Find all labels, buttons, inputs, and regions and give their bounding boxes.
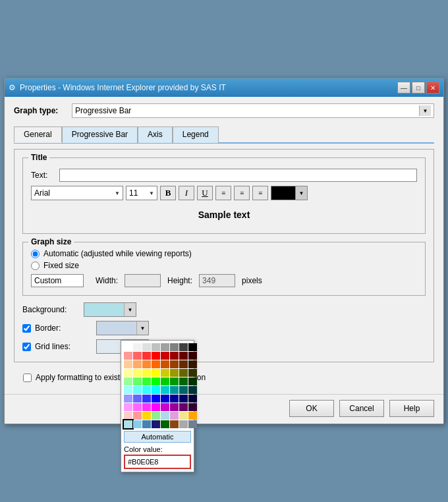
color-cell[interactable]: [179, 403, 188, 411]
color-cell[interactable]: [161, 360, 169, 368]
color-cell[interactable]: [161, 386, 169, 394]
color-cell[interactable]: [170, 386, 179, 394]
tab-progressive-bar[interactable]: Progressive Bar: [62, 126, 138, 143]
fixed-radio[interactable]: [31, 262, 40, 270]
color-cell[interactable]: [179, 369, 188, 377]
align-center-button[interactable]: ≡: [234, 186, 250, 200]
color-cell[interactable]: [142, 352, 151, 360]
color-cell[interactable]: [179, 343, 188, 351]
color-cell[interactable]: [188, 395, 197, 403]
graph-type-select[interactable]: Progressive Bar ▼: [72, 103, 434, 118]
color-cell[interactable]: [152, 343, 160, 351]
color-cell[interactable]: [133, 377, 142, 385]
border-color-arrow[interactable]: ▼: [136, 321, 148, 335]
color-cell[interactable]: [124, 352, 132, 360]
color-cell[interactable]: [142, 403, 151, 411]
color-cell[interactable]: [170, 369, 179, 377]
color-cell[interactable]: [161, 352, 169, 360]
background-color-control[interactable]: ▼: [84, 302, 136, 317]
color-cell[interactable]: [179, 377, 188, 385]
color-cell[interactable]: [188, 377, 197, 385]
color-cell[interactable]: [142, 369, 151, 377]
color-cell[interactable]: [142, 360, 151, 368]
color-cell[interactable]: [124, 412, 132, 420]
color-cell[interactable]: [188, 369, 197, 377]
color-cell[interactable]: [152, 360, 160, 368]
text-color-swatch[interactable]: ▼: [271, 186, 308, 200]
color-cell[interactable]: [179, 352, 188, 360]
color-cell[interactable]: [124, 377, 132, 385]
color-cell[interactable]: [188, 386, 197, 394]
color-cell[interactable]: [170, 377, 179, 385]
bold-button[interactable]: B: [160, 186, 176, 200]
color-cell[interactable]: [133, 395, 142, 403]
color-cell[interactable]: [133, 420, 142, 428]
color-value-input[interactable]: [124, 455, 191, 469]
color-cell[interactable]: [170, 420, 179, 428]
color-cell[interactable]: [188, 412, 197, 420]
color-cell[interactable]: [142, 395, 151, 403]
color-cell[interactable]: [133, 369, 142, 377]
color-cell[interactable]: [188, 360, 197, 368]
minimize-button[interactable]: —: [397, 82, 410, 94]
color-cell[interactable]: [124, 403, 132, 411]
color-cell[interactable]: [188, 352, 197, 360]
color-cell[interactable]: [170, 395, 179, 403]
help-button[interactable]: Help: [389, 400, 434, 417]
gridlines-checkbox[interactable]: [22, 343, 31, 351]
color-cell[interactable]: [170, 403, 179, 411]
color-cell[interactable]: [152, 420, 160, 428]
color-cell[interactable]: [133, 352, 142, 360]
color-cell[interactable]: [161, 369, 169, 377]
width-input[interactable]: [125, 274, 161, 287]
ok-button[interactable]: OK: [289, 400, 334, 417]
color-cell[interactable]: [161, 377, 169, 385]
color-cell[interactable]: [188, 403, 197, 411]
color-cell[interactable]: [124, 360, 132, 368]
font-family-select[interactable]: Arial ▼: [31, 186, 123, 200]
align-left-button[interactable]: ≡: [215, 186, 231, 200]
graph-type-arrow[interactable]: ▼: [419, 105, 431, 116]
color-cell[interactable]: [161, 420, 169, 428]
color-cell[interactable]: [179, 420, 188, 428]
text-color-arrow[interactable]: ▼: [295, 186, 307, 200]
color-cell[interactable]: [188, 343, 197, 351]
border-checkbox[interactable]: [22, 324, 31, 333]
color-cell[interactable]: [133, 386, 142, 394]
automatic-radio[interactable]: [31, 250, 40, 258]
underline-button[interactable]: U: [197, 186, 213, 200]
color-cell[interactable]: [188, 420, 197, 428]
color-cell[interactable]: [133, 403, 142, 411]
color-cell[interactable]: [142, 412, 151, 420]
color-cell[interactable]: [152, 377, 160, 385]
color-cell[interactable]: [179, 395, 188, 403]
color-cell[interactable]: [161, 403, 169, 411]
color-cell[interactable]: [142, 386, 151, 394]
cancel-button[interactable]: Cancel: [339, 400, 384, 417]
color-cell[interactable]: [152, 403, 160, 411]
background-color-arrow[interactable]: ▼: [124, 303, 136, 316]
color-cell[interactable]: [170, 352, 179, 360]
custom-input[interactable]: [31, 274, 84, 287]
color-cell[interactable]: [133, 412, 142, 420]
color-cell[interactable]: [124, 343, 132, 351]
color-cell[interactable]: [152, 412, 160, 420]
color-cell[interactable]: [133, 343, 142, 351]
border-color-control[interactable]: ▼: [96, 321, 149, 335]
color-cell[interactable]: [161, 395, 169, 403]
color-cell[interactable]: [179, 360, 188, 368]
color-cell[interactable]: [124, 369, 132, 377]
align-right-button[interactable]: ≡: [252, 186, 268, 200]
color-cell[interactable]: [133, 360, 142, 368]
color-cell[interactable]: [142, 377, 151, 385]
color-cell[interactable]: [152, 395, 160, 403]
color-cell[interactable]: [124, 395, 132, 403]
tab-general[interactable]: General: [14, 126, 62, 143]
color-cell[interactable]: [152, 352, 160, 360]
color-cell[interactable]: [124, 386, 132, 394]
color-cell[interactable]: [170, 343, 179, 351]
color-cell[interactable]: [142, 420, 151, 428]
font-size-select[interactable]: 11 ▼: [126, 186, 157, 200]
color-cell[interactable]: [179, 412, 188, 420]
color-cell[interactable]: [170, 360, 179, 368]
